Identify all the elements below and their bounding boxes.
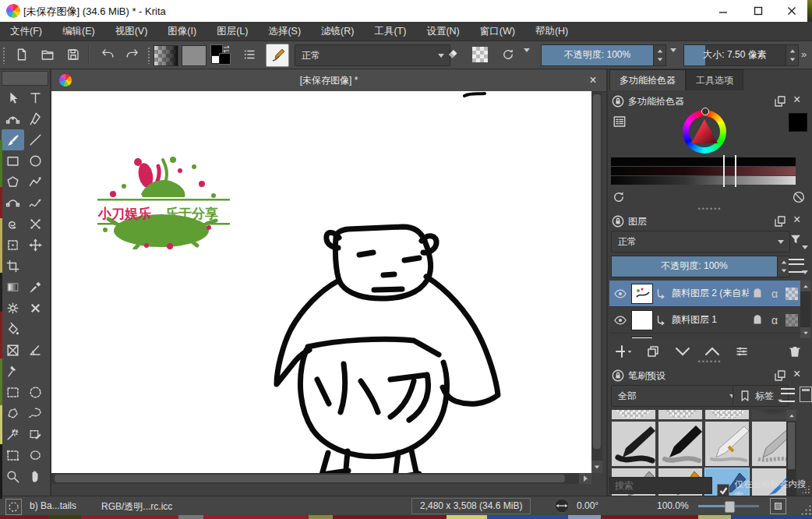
- brush-size-spinner[interactable]: [786, 44, 799, 66]
- zoom-slider[interactable]: [698, 505, 759, 507]
- add-layer-button[interactable]: [614, 342, 633, 361]
- zoom-percent-value[interactable]: 100.0%: [657, 500, 689, 511]
- inherit-alpha-icon[interactable]: [749, 284, 766, 303]
- close-docker-icon[interactable]: ×: [793, 93, 807, 107]
- default-colors[interactable]: [211, 55, 220, 64]
- gamut-bar[interactable]: [611, 176, 796, 185]
- current-brush-label[interactable]: b) Ba...tails: [30, 500, 76, 511]
- color-triangle[interactable]: [690, 118, 718, 145]
- opacity-spinner[interactable]: [653, 44, 666, 66]
- layers-scroll-down[interactable]: [800, 327, 810, 338]
- tool-dynamic-brush[interactable]: [2, 214, 24, 235]
- zoom-slider-knob[interactable]: [725, 501, 735, 513]
- tab-advanced-color-selector[interactable]: 多功能拾色器: [609, 69, 686, 90]
- brush-preset[interactable]: [611, 421, 656, 467]
- tool-text[interactable]: [24, 87, 47, 108]
- foreground-background-colors[interactable]: [210, 44, 231, 65]
- tool-similar-color-select[interactable]: [24, 424, 47, 445]
- preserve-alpha-button[interactable]: [469, 44, 491, 65]
- checkbox-checked-icon[interactable]: [717, 484, 729, 497]
- menu-settings[interactable]: 设置(N): [416, 22, 469, 41]
- lock-icon[interactable]: [611, 214, 625, 228]
- reload-options-dropdown[interactable]: [524, 52, 530, 63]
- tool-freehand-brush[interactable]: [2, 129, 24, 150]
- tool-magic-wand-select[interactable]: [2, 424, 24, 445]
- lock-icon[interactable]: [611, 369, 625, 383]
- tool-freehand-select[interactable]: [24, 403, 47, 424]
- tool-select-shapes[interactable]: [2, 87, 24, 108]
- layer-blend-mode-combobox[interactable]: 正常: [611, 231, 790, 252]
- brush-view-menu-icon[interactable]: [781, 388, 795, 402]
- menu-image[interactable]: 图像(I): [157, 22, 207, 41]
- tool-pattern[interactable]: [2, 298, 24, 319]
- menu-tools[interactable]: 工具(T): [364, 22, 416, 41]
- tool-measure[interactable]: [24, 340, 47, 361]
- lock-icon[interactable]: [611, 94, 625, 108]
- tool-edit-shapes[interactable]: [2, 108, 24, 129]
- docker-splitter[interactable]: ••••••: [608, 207, 812, 211]
- inherit-alpha-icon[interactable]: [749, 311, 766, 330]
- canvas-subwindow-titlebar[interactable]: [未保存图像] * ×: [51, 69, 606, 92]
- tool-ellipse-select[interactable]: [24, 382, 47, 403]
- menu-layer[interactable]: 图层(L): [207, 22, 258, 41]
- duplicate-layer-button[interactable]: [644, 342, 662, 361]
- reload-preset-button[interactable]: [497, 44, 519, 65]
- brush-editor-button[interactable]: [266, 44, 289, 67]
- brush-preset[interactable]: [704, 410, 750, 420]
- tool-ellipse[interactable]: [24, 150, 47, 171]
- tool-polygon[interactable]: [2, 171, 24, 192]
- canvas-close-button[interactable]: ×: [584, 72, 602, 89]
- vscroll-down-button[interactable]: [591, 461, 602, 473]
- brush-preset[interactable]: [611, 410, 656, 420]
- layer-opacity-slider[interactable]: 不透明度: 100%: [611, 256, 778, 277]
- layer-visibility-icon[interactable]: [609, 287, 631, 301]
- opacity-options-dropdown[interactable]: [670, 52, 676, 63]
- open-document-button[interactable]: [37, 44, 58, 65]
- common-colors-bar[interactable]: [611, 167, 796, 175]
- menu-window[interactable]: 窗口(W): [470, 22, 525, 41]
- tool-gradient[interactable]: [2, 277, 24, 298]
- tool-pan[interactable]: [24, 466, 47, 487]
- tab-tool-options[interactable]: 工具选项: [686, 69, 743, 90]
- float-docker-icon[interactable]: [773, 214, 787, 228]
- tool-rectangle[interactable]: [2, 150, 24, 171]
- color-selector-settings-icon[interactable]: [613, 115, 627, 129]
- menu-filter[interactable]: 滤镜(R): [311, 22, 364, 41]
- tool-rect-select[interactable]: [2, 382, 24, 403]
- redo-button[interactable]: [122, 44, 143, 65]
- brush-size-slider[interactable]: 大小: 7.50 像素: [683, 44, 786, 66]
- close-docker-icon[interactable]: ×: [793, 213, 807, 227]
- tool-multibrush[interactable]: [24, 214, 47, 235]
- rotation-angle-value[interactable]: 0.00°: [577, 500, 598, 511]
- no-color-icon[interactable]: [792, 190, 806, 204]
- tool-transform[interactable]: [2, 235, 24, 256]
- brush-preset[interactable]: [658, 410, 703, 420]
- tool-calligraphy[interactable]: [24, 108, 47, 129]
- undo-button[interactable]: [97, 44, 118, 65]
- pattern-chooser[interactable]: [182, 45, 207, 66]
- choose-brush-preset-button[interactable]: [238, 44, 260, 65]
- layer-row-background[interactable]: 背景 α: [609, 334, 800, 338]
- color-wheel[interactable]: [683, 110, 726, 154]
- tool-zoom[interactable]: [2, 466, 24, 487]
- menu-help[interactable]: 帮助(H): [525, 22, 578, 41]
- layers-scrollbar[interactable]: [800, 281, 810, 338]
- tool-freehand-path[interactable]: [24, 192, 47, 214]
- layer-visibility-icon[interactable]: [609, 313, 631, 327]
- canvas[interactable]: 小刀娱乐 乐于分享: [51, 91, 591, 473]
- tool-smart-patch[interactable]: [24, 298, 47, 319]
- layer-style-icon[interactable]: [655, 313, 667, 327]
- brush-preset[interactable]: [658, 421, 703, 467]
- tool-color-sampler[interactable]: [24, 277, 47, 298]
- close-button[interactable]: [774, 0, 809, 22]
- tool-fuzzy-select[interactable]: [24, 445, 47, 466]
- canvas-horizontal-scrollbar[interactable]: [51, 473, 591, 484]
- hscroll-thumb[interactable]: [55, 475, 565, 482]
- tool-crop[interactable]: [2, 256, 24, 277]
- blending-mode-combobox[interactable]: 正常: [295, 44, 450, 66]
- layer-row-paint2[interactable]: 颜料图层 2 (来自粘贴) α: [609, 281, 800, 307]
- layer-properties-button[interactable]: [733, 342, 751, 361]
- tool-fill[interactable]: [2, 319, 24, 340]
- menu-view[interactable]: 视图(V): [105, 22, 158, 41]
- canvas-rotation-icon[interactable]: [553, 497, 570, 514]
